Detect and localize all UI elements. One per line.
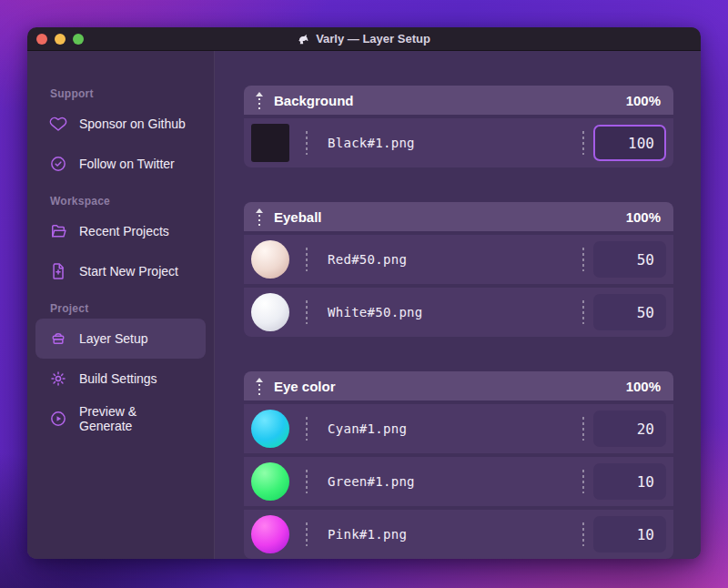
layer-thumbnail (251, 462, 289, 501)
layer-value-input[interactable] (593, 516, 666, 553)
layer-thumbnail (251, 124, 289, 162)
layer-thumbnail (251, 515, 289, 553)
heart-icon (49, 115, 67, 133)
divider-dashed (582, 248, 584, 271)
sidebar-item-label: Layer Setup (79, 331, 148, 346)
layer-filename: Cyan#1.png (328, 421, 407, 436)
drag-handle-icon[interactable] (255, 92, 263, 109)
sidebar-item-label: Recent Projects (79, 224, 169, 238)
traffic-lights (36, 27, 84, 50)
layer-group-header: Background 100% (244, 86, 673, 115)
layer-group-header: Eyeball 100% (244, 202, 673, 231)
layer-value-input[interactable] (593, 294, 666, 330)
layer-group-eyeball: Eyeball 100% Red#50.png White#50.png (244, 202, 673, 337)
sidebar-item-label: Start New Project (79, 264, 178, 279)
layer-group-eye-color: Eye color 100% Cyan#1.png Green#1.png Pi… (244, 371, 673, 559)
sidebar-item-label: Preview & Generate (79, 404, 192, 433)
divider-dashed (582, 522, 584, 546)
zoom-button[interactable] (73, 34, 84, 45)
divider-dashed (582, 417, 584, 441)
sidebar-item-label: Follow on Twitter (79, 157, 175, 171)
sidebar-item-recent-projects[interactable]: Recent Projects (35, 211, 206, 251)
sidebar-section: Support Sponsor on Github Follow on Twit… (27, 87, 214, 184)
layer-thumbnail (251, 293, 289, 331)
layer-filename: Green#1.png (328, 474, 415, 489)
drag-handle-icon[interactable] (255, 208, 263, 226)
sidebar-item-layer-setup[interactable]: Layer Setup (35, 319, 206, 359)
sidebar-item-preview-generate[interactable]: Preview & Generate (35, 399, 206, 439)
sidebar-item-label: Sponsor on Github (79, 117, 186, 131)
layer-group-title: Eyeball (274, 209, 322, 225)
layer-row[interactable]: White#50.png (244, 288, 673, 337)
sidebar-section: Project Layer Setup Build Settings Previ… (27, 302, 214, 439)
layer-row[interactable]: Red#50.png (244, 235, 673, 284)
divider-dashed (306, 417, 308, 441)
sidebar-item-follow-on-twitter[interactable]: Follow on Twitter (35, 144, 206, 184)
unicorn-icon (298, 33, 310, 46)
layer-group-rows: Red#50.png White#50.png (244, 235, 673, 337)
window-titlebar[interactable]: Varly — Layer Setup (27, 27, 701, 51)
sidebar-section-label: Project (50, 302, 214, 315)
layer-filename: White#50.png (328, 305, 423, 319)
check-badge-icon (49, 155, 67, 173)
layer-row[interactable]: Cyan#1.png (244, 404, 673, 453)
sidebar: Support Sponsor on Github Follow on Twit… (27, 51, 215, 559)
divider-dashed (582, 470, 584, 493)
layer-group-title: Background (274, 93, 354, 108)
layer-filename: Black#1.png (328, 136, 415, 150)
layer-value-input[interactable] (593, 463, 666, 500)
layer-filename: Red#50.png (328, 252, 407, 267)
app-window: Varly — Layer Setup Support Sponsor on G… (27, 27, 701, 559)
layer-row[interactable]: Green#1.png (244, 457, 673, 506)
drag-handle-icon[interactable] (255, 378, 263, 395)
window-title: Varly — Layer Setup (298, 32, 430, 46)
divider-dashed (582, 300, 584, 324)
desktop-wallpaper: Varly — Layer Setup Support Sponsor on G… (0, 0, 728, 588)
play-circle-icon (49, 410, 67, 428)
layer-value-input[interactable] (593, 241, 666, 278)
layer-group-background: Background 100% Black#1.png (244, 86, 673, 167)
layer-row[interactable]: Black#1.png (244, 118, 673, 167)
layer-group-title: Eye color (274, 379, 336, 394)
layer-group-weight: 100% (626, 93, 661, 108)
layer-row[interactable]: Pink#1.png (244, 510, 673, 559)
gear-icon (49, 370, 67, 388)
layers-panel[interactable]: Background 100% Black#1.png Eyeball 100%… (215, 51, 701, 559)
layer-thumbnail (251, 240, 289, 279)
layers-icon (49, 329, 67, 348)
layer-group-header: Eye color 100% (244, 371, 673, 400)
layer-thumbnail (251, 410, 289, 448)
close-button[interactable] (36, 34, 47, 45)
layer-filename: Pink#1.png (328, 527, 407, 542)
layer-group-rows: Black#1.png (244, 118, 673, 167)
divider-dashed (306, 522, 308, 546)
sidebar-section-label: Workspace (50, 195, 214, 208)
sidebar-item-label: Build Settings (79, 371, 157, 386)
file-plus-icon (49, 262, 67, 280)
sidebar-item-sponsor-on-github[interactable]: Sponsor on Github (35, 104, 206, 144)
folder-open-icon (49, 222, 67, 240)
layer-group-weight: 100% (626, 209, 661, 225)
layer-value-input[interactable] (593, 125, 666, 161)
divider-dashed (306, 131, 308, 155)
divider-dashed (582, 131, 584, 155)
divider-dashed (306, 300, 308, 324)
divider-dashed (306, 470, 308, 493)
sidebar-item-build-settings[interactable]: Build Settings (35, 359, 206, 399)
app-body: Support Sponsor on Github Follow on Twit… (27, 51, 701, 559)
layer-group-rows: Cyan#1.png Green#1.png Pink#1.png (244, 404, 673, 559)
minimize-button[interactable] (55, 34, 66, 45)
sidebar-item-start-new-project[interactable]: Start New Project (35, 251, 206, 291)
sidebar-section-label: Support (50, 87, 214, 100)
divider-dashed (306, 248, 308, 271)
layer-group-weight: 100% (626, 379, 661, 394)
window-title-text: Varly — Layer Setup (316, 32, 430, 46)
layer-value-input[interactable] (593, 411, 666, 447)
sidebar-section: Workspace Recent Projects Start New Proj… (27, 195, 214, 291)
